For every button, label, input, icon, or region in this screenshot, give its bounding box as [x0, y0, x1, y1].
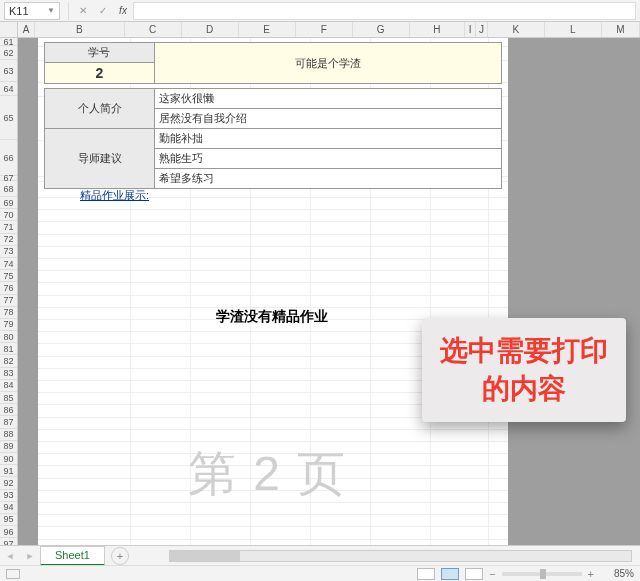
accept-icon[interactable]: ✓: [93, 2, 113, 20]
row-header[interactable]: 74: [0, 258, 17, 270]
zoom-thumb[interactable]: [540, 569, 546, 579]
row-header[interactable]: 84: [0, 380, 17, 392]
row-header[interactable]: 72: [0, 234, 17, 246]
view-pagelayout-button[interactable]: [465, 568, 483, 580]
row-header[interactable]: 73: [0, 246, 17, 258]
sheet-tab-label: Sheet1: [55, 549, 90, 561]
column-header[interactable]: I: [465, 22, 476, 37]
row-header[interactable]: 65: [0, 96, 17, 140]
column-header[interactable]: M: [602, 22, 640, 37]
chevron-down-icon: ▼: [47, 6, 55, 15]
row-header[interactable]: 78: [0, 307, 17, 319]
scroll-thumb[interactable]: [170, 551, 240, 561]
column-header[interactable]: H: [410, 22, 465, 37]
column-header[interactable]: L: [545, 22, 602, 37]
no-homework-message: 学渣没有精品作业: [216, 308, 328, 326]
name-box-value: K11: [9, 5, 29, 17]
row-header[interactable]: 69: [0, 197, 17, 209]
row-header[interactable]: 96: [0, 526, 17, 538]
row-header[interactable]: 75: [0, 270, 17, 282]
advice-line2: 熟能生巧: [155, 149, 502, 169]
row-header[interactable]: 64: [0, 82, 17, 96]
printable-page: 学号 可能是个学渣 2 个人简介 这家伙很懒 居然没有自我介绍 导师建议 勤能补…: [38, 38, 508, 545]
row-header[interactable]: 83: [0, 368, 17, 380]
row-header[interactable]: 66: [0, 140, 17, 176]
profile-line1: 这家伙很懒: [155, 89, 502, 109]
showcase-link[interactable]: 精品作业展示:: [80, 188, 149, 203]
info-table: 个人简介 这家伙很懒 居然没有自我介绍 导师建议 勤能补拙 熟能生巧 希望多练习: [44, 88, 502, 189]
row-header[interactable]: 90: [0, 453, 17, 465]
label-profile: 个人简介: [45, 89, 155, 129]
label-student-id: 学号: [45, 43, 155, 63]
row-header[interactable]: 63: [0, 60, 17, 82]
fx-icon[interactable]: fx: [113, 2, 133, 20]
view-normal-button[interactable]: [417, 568, 435, 580]
zoom-out-icon[interactable]: −: [489, 568, 495, 580]
advice-line1: 勤能补拙: [155, 129, 502, 149]
row-header[interactable]: 95: [0, 514, 17, 526]
column-header[interactable]: K: [488, 22, 545, 37]
column-header[interactable]: C: [125, 22, 182, 37]
column-header[interactable]: A: [18, 22, 35, 37]
row-header[interactable]: 91: [0, 465, 17, 477]
row-header[interactable]: 82: [0, 355, 17, 367]
name-box[interactable]: K11 ▼: [4, 2, 60, 20]
callout-line1: 选中需要打印: [440, 332, 608, 370]
row-header[interactable]: 81: [0, 343, 17, 355]
row-header[interactable]: 61: [0, 38, 17, 46]
column-header[interactable]: D: [182, 22, 239, 37]
column-header[interactable]: J: [476, 22, 487, 37]
spreadsheet-grid: ABCDEFGHIJKLM 61626364656667686970717273…: [0, 22, 640, 545]
row-header[interactable]: 80: [0, 331, 17, 343]
profile-line2: 居然没有自我介绍: [155, 109, 502, 129]
horizontal-scrollbar[interactable]: [169, 550, 632, 562]
student-id-value: 2: [45, 63, 155, 84]
page-watermark: 第 2 页: [188, 442, 347, 506]
tab-nav-prev-icon[interactable]: ◄: [0, 547, 20, 565]
add-sheet-button[interactable]: +: [111, 547, 129, 565]
out-of-page-right: [508, 38, 640, 545]
comment-cell: 可能是个学渣: [154, 43, 501, 84]
row-header[interactable]: 89: [0, 441, 17, 453]
column-header[interactable]: E: [239, 22, 296, 37]
row-header[interactable]: 70: [0, 209, 17, 221]
row-header[interactable]: 88: [0, 429, 17, 441]
tab-nav-next-icon[interactable]: ►: [20, 547, 40, 565]
row-header[interactable]: 71: [0, 221, 17, 233]
cancel-icon[interactable]: ✕: [73, 2, 93, 20]
column-header[interactable]: G: [353, 22, 410, 37]
zoom-slider[interactable]: [502, 572, 582, 576]
column-headers[interactable]: ABCDEFGHIJKLM: [18, 22, 640, 38]
row-header[interactable]: 86: [0, 404, 17, 416]
row-header[interactable]: 93: [0, 490, 17, 502]
label-advice: 导师建议: [45, 129, 155, 189]
advice-line3: 希望多练习: [155, 169, 502, 189]
row-headers[interactable]: 6162636465666768697071727374757677787980…: [0, 38, 18, 545]
callout-line2: 的内容: [440, 370, 608, 408]
row-header[interactable]: 92: [0, 477, 17, 489]
view-pagebreak-button[interactable]: [441, 568, 459, 580]
row-header[interactable]: 87: [0, 416, 17, 428]
status-bar: − + 85%: [0, 565, 640, 581]
header-table: 学号 可能是个学渣 2: [44, 42, 502, 84]
formula-input[interactable]: [133, 2, 636, 20]
formula-bar: K11 ▼ ✕ ✓ fx: [0, 0, 640, 22]
row-header[interactable]: 94: [0, 502, 17, 514]
row-header[interactable]: 62: [0, 46, 17, 60]
separator: [68, 2, 69, 20]
row-header[interactable]: 68: [0, 181, 17, 197]
row-header[interactable]: 85: [0, 392, 17, 404]
row-header[interactable]: 79: [0, 319, 17, 331]
row-header[interactable]: 77: [0, 295, 17, 307]
sheet-tab[interactable]: Sheet1: [40, 546, 105, 566]
record-macro-icon[interactable]: [6, 569, 20, 579]
zoom-in-icon[interactable]: +: [588, 568, 594, 580]
zoom-percent[interactable]: 85%: [600, 568, 634, 579]
annotation-callout: 选中需要打印 的内容: [422, 318, 626, 422]
sheet-tab-bar: ◄ ► Sheet1 +: [0, 545, 640, 565]
column-header[interactable]: F: [296, 22, 353, 37]
plus-icon: +: [117, 550, 123, 562]
row-header[interactable]: 76: [0, 282, 17, 294]
cells-area[interactable]: 学号 可能是个学渣 2 个人简介 这家伙很懒 居然没有自我介绍 导师建议 勤能补…: [18, 38, 640, 545]
column-header[interactable]: B: [35, 22, 124, 37]
